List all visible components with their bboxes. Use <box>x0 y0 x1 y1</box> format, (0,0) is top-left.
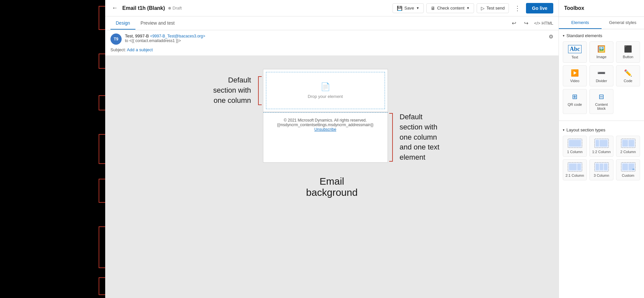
toolbox-header: Toolbox <box>559 0 644 17</box>
layout-section-header[interactable]: ▾ Layout section types <box>563 127 640 132</box>
from-info: Test, 9997-B <9997-B_Test@lsacaces3.org>… <box>125 34 545 43</box>
layout-col <box>569 140 581 147</box>
button-label: Button <box>623 55 633 59</box>
element-video[interactable]: ▶️ Video <box>563 65 587 86</box>
annotation-text-right: Default section with one column and one … <box>400 112 440 163</box>
undo-button[interactable]: ↩ <box>510 19 518 28</box>
test-send-label: Test send <box>487 6 505 11</box>
from-row: T9 Test, 9997-B <9997-B_Test@lsacaces3.o… <box>110 34 553 45</box>
main-area: ← Email t1h (Blank) Draft 💾 Save ▼ 🖥 Che… <box>105 0 559 298</box>
layout-col-narrow <box>596 140 599 147</box>
check-content-icon: 🖥 <box>431 6 435 11</box>
image-icon: 🖼️ <box>597 45 606 53</box>
layout-col-a <box>622 140 628 147</box>
draft-label: Draft <box>173 6 182 11</box>
layout-grid: 1 Column 1:2 Column 2 Column <box>563 136 640 180</box>
layout-1-column[interactable]: 1 Column <box>563 136 587 157</box>
annotation-left-spacer2 <box>191 112 256 163</box>
from-name: Test, 9997-B <9997-B_Test@lsacaces3.org> <box>125 34 545 38</box>
email-canvas-section2[interactable]: © 2021 Microsoft Dynamics. All rights re… <box>263 112 388 163</box>
add-subject-link[interactable]: Add a subject <box>127 47 153 52</box>
tab-preview-and-test[interactable]: Preview and test <box>135 17 180 30</box>
email-canvas-section1[interactable]: 📄 Drop your element <box>263 69 388 112</box>
to-address: <{{ contact.emailaddress1 }}> <box>129 38 181 43</box>
layout-custom-icon: ✏ <box>621 162 635 172</box>
tab-elements[interactable]: Elements <box>559 17 602 29</box>
layout-2-1-column[interactable]: 2:1 Column <box>563 159 587 180</box>
avatar: T9 <box>110 34 122 45</box>
bracket-left <box>256 69 263 112</box>
content-block-label: Content block <box>592 103 611 110</box>
email-title: Email t1h (Blank) <box>122 5 165 11</box>
element-button[interactable]: ⬛ Button <box>616 41 640 63</box>
drop-zone[interactable]: 📄 Drop your element <box>266 72 385 109</box>
tab-design[interactable]: Design <box>110 17 135 30</box>
element-content-block[interactable]: ⊟ Content block <box>589 89 613 114</box>
layout-section-label: Layout section types <box>566 127 606 132</box>
annotation-right-section2: Default section with one column and one … <box>394 112 473 163</box>
layout-custom[interactable]: ✏ Custom <box>616 159 640 180</box>
email-header-area: T9 Test, 9997-B <9997-B_Test@lsacaces3.o… <box>105 30 559 56</box>
drop-icon: 📄 <box>321 82 330 91</box>
left-screenshot-panel <box>0 0 105 298</box>
topbar-left: ← Email t1h (Blank) Draft <box>110 3 389 13</box>
standard-elements-label: Standard elements <box>566 33 602 38</box>
toolbox-layout-section: ▾ Layout section types 1 Column 1:2 Colu… <box>559 124 644 184</box>
tab-general-styles[interactable]: General styles <box>602 17 644 29</box>
check-chevron-icon: ▼ <box>466 6 470 10</box>
html-toggle[interactable]: </> HTML <box>534 21 553 26</box>
save-icon: 💾 <box>397 6 402 11</box>
layout-2-column[interactable]: 2 Column <box>616 136 640 157</box>
element-image[interactable]: 🖼️ Image <box>589 41 613 63</box>
toolbox-standard-elements: ▾ Standard elements Abc Text 🖼️ Image ⬛ … <box>559 29 644 118</box>
layout-col-narrow2 <box>577 164 581 170</box>
annotation-right-spacer <box>388 69 473 112</box>
bracket-spacer2 <box>256 112 263 163</box>
footer-section: © 2021 Microsoft Dynamics. All rights re… <box>263 112 388 137</box>
html-icon: </> <box>534 21 540 26</box>
layout-col-wide <box>600 140 608 147</box>
layout-3-column-icon <box>594 162 609 172</box>
element-qr-code[interactable]: ⊞ QR code <box>563 89 587 114</box>
video-label: Video <box>570 79 580 83</box>
footer-address: {{msdyncrm_contentsettings.msdyncrm_addr… <box>269 123 382 127</box>
back-button[interactable]: ← <box>110 3 119 13</box>
toolbox-tabs: Elements General styles <box>559 17 644 29</box>
layout-col-e <box>604 164 608 170</box>
layout-1-column-icon <box>568 139 582 148</box>
element-divider[interactable]: ➖ Divider <box>589 65 613 86</box>
chevron-down-icon: ▾ <box>563 34 564 37</box>
layout-col-c <box>596 164 599 170</box>
layout-3-column[interactable]: 3 Column <box>589 159 613 180</box>
elements-grid: Abc Text 🖼️ Image ⬛ Button ▶️ Video ➖ Di… <box>563 41 640 114</box>
footer-copyright: © 2021 Microsoft Dynamics. All rights re… <box>269 118 382 123</box>
layout-1-column-label: 1 Column <box>567 150 583 154</box>
content-block-icon: ⊟ <box>599 93 604 101</box>
element-text[interactable]: Abc Text <box>563 41 587 63</box>
chevron-down-icon-layout: ▾ <box>563 128 564 132</box>
standard-elements-header[interactable]: ▾ Standard elements <box>563 33 640 38</box>
redo-button[interactable]: ↪ <box>522 19 530 28</box>
save-label: Save <box>404 6 414 11</box>
layout-1-2-column[interactable]: 1:2 Column <box>589 136 613 157</box>
html-label: HTML <box>542 21 553 26</box>
annotation-left-section1: Default section with one column <box>191 69 256 112</box>
to-line: to <{{ contact.emailaddress1 }}> <box>125 38 545 43</box>
settings-button[interactable]: ⚙ <box>549 34 553 40</box>
check-content-button[interactable]: 🖥 Check content ▼ <box>426 3 474 13</box>
save-button[interactable]: 💾 Save ▼ <box>393 3 424 13</box>
element-code[interactable]: ✏️ Code <box>616 65 640 86</box>
layout-col-b <box>629 140 634 147</box>
test-send-button[interactable]: ▷ Test send <box>477 3 509 13</box>
canvas-container[interactable]: Default section with one column 📄 Drop y… <box>105 56 559 298</box>
topbar-actions: 💾 Save ▼ 🖥 Check content ▼ ▷ Test send ⋮… <box>393 3 553 13</box>
custom-edit-icon: ✏ <box>632 168 635 171</box>
annotation-text-left: Default section with one column <box>213 75 251 105</box>
qr-code-label: QR code <box>568 103 582 106</box>
go-live-button[interactable]: Go live <box>526 3 553 13</box>
more-button[interactable]: ⋮ <box>512 3 523 13</box>
layout-3-column-label: 3 Column <box>594 173 609 177</box>
subject-row: Subject: Add a subject <box>110 47 553 52</box>
bracket-right <box>388 112 394 163</box>
unsubscribe-link[interactable]: Unsubscribe <box>314 127 336 132</box>
